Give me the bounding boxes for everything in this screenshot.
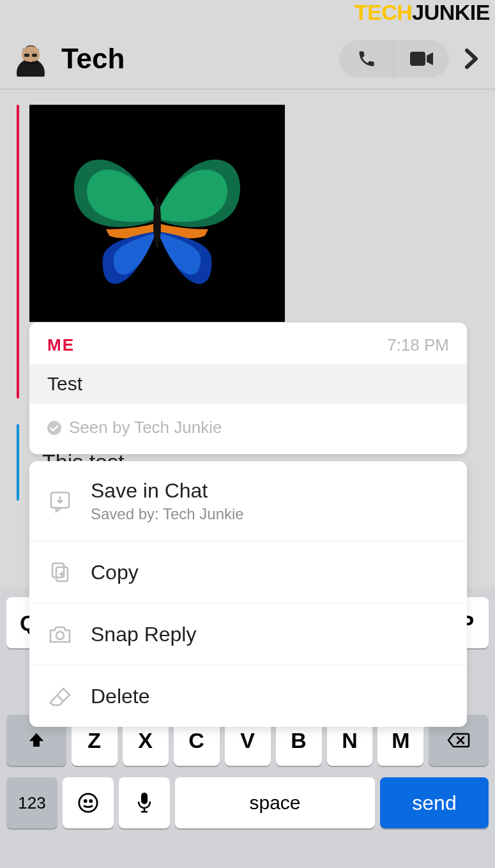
app-screen: TECHJUNKIE Tech: [0, 0, 495, 868]
message-text: Test: [29, 364, 467, 404]
call-button-group: [339, 40, 449, 77]
message-timestamp: 7:18 PM: [387, 335, 449, 355]
menu-snap-reply[interactable]: Snap Reply: [29, 604, 467, 666]
menu-copy[interactable]: Copy: [29, 542, 467, 604]
svg-rect-4: [410, 52, 425, 66]
mic-icon: [136, 791, 153, 814]
chat-name: Tech: [61, 43, 339, 75]
svg-point-7: [79, 794, 97, 812]
camera-icon: [47, 621, 73, 647]
seen-check-icon: [47, 421, 61, 435]
menu-save-in-chat[interactable]: Save in Chat Saved by: Tech Junkie: [29, 461, 467, 542]
keyboard-row-4: 123 space send: [0, 770, 495, 841]
svg-point-15: [56, 632, 64, 639]
avatar[interactable]: [13, 41, 49, 77]
svg-rect-3: [32, 54, 37, 57]
sender-marker-other: [17, 424, 19, 501]
key-space[interactable]: space: [175, 777, 375, 828]
copy-icon: [47, 560, 73, 585]
phone-icon: [357, 49, 376, 68]
watermark-part1: TECH: [354, 0, 413, 24]
menu-sublabel: Saved by: Tech Junkie: [91, 505, 244, 523]
watermark-part2: JUNKIE: [412, 0, 490, 24]
svg-rect-2: [24, 54, 29, 57]
sender-marker-me: [17, 105, 19, 399]
key-send[interactable]: send: [380, 777, 489, 828]
chevron-right-icon: [464, 48, 478, 70]
eraser-icon: [47, 683, 73, 709]
menu-delete[interactable]: Delete: [29, 666, 467, 727]
message-context-menu: Save in Chat Saved by: Tech Junkie Copy …: [29, 461, 467, 727]
video-icon: [410, 50, 433, 67]
video-call-button[interactable]: [394, 40, 449, 77]
chat-header: Tech: [0, 29, 495, 89]
key-numeric[interactable]: 123: [6, 777, 57, 828]
backspace-icon: [447, 731, 470, 749]
seen-text: Seen by Tech Junkie: [69, 418, 222, 438]
save-in-chat-icon: [47, 489, 73, 514]
shift-icon: [27, 731, 46, 750]
sent-message-block: T This test: [13, 105, 482, 322]
sent-image[interactable]: [29, 105, 285, 322]
svg-point-9: [90, 800, 92, 802]
menu-label: Save in Chat: [91, 479, 244, 503]
emoji-icon: [77, 792, 99, 814]
svg-point-8: [84, 800, 86, 802]
voice-call-button[interactable]: [339, 40, 394, 77]
message-preview-card: ME 7:18 PM Test Seen by Tech Junkie: [29, 323, 467, 454]
message-preview-header: ME 7:18 PM: [29, 323, 467, 364]
svg-point-11: [47, 421, 61, 435]
svg-point-6: [153, 197, 161, 248]
seen-status: Seen by Tech Junkie: [29, 404, 467, 454]
svg-rect-10: [141, 793, 148, 804]
key-dictation[interactable]: [119, 777, 170, 828]
watermark: TECHJUNKIE: [354, 0, 490, 25]
chat-settings-button[interactable]: [461, 48, 482, 70]
menu-label: Delete: [91, 685, 150, 708]
key-emoji[interactable]: [63, 777, 114, 828]
sender-label-me: ME: [47, 335, 75, 355]
menu-label: Copy: [91, 561, 139, 584]
menu-label: Snap Reply: [91, 623, 196, 646]
